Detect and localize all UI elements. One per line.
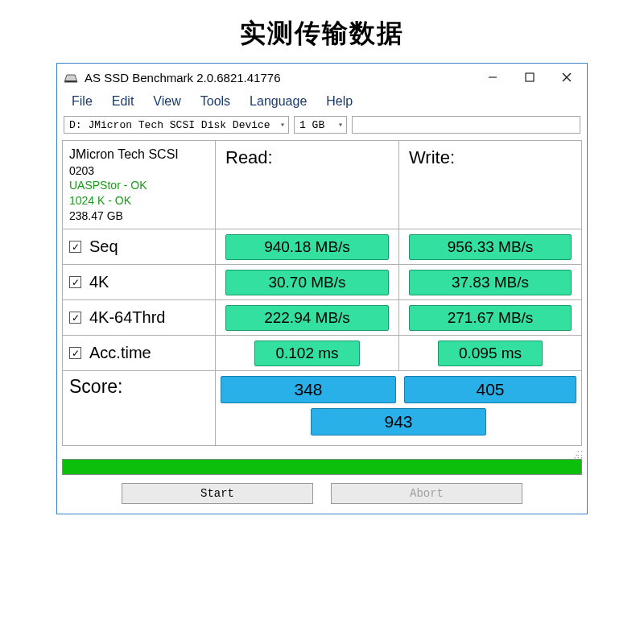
maximize-button[interactable] — [511, 65, 548, 89]
titlebar[interactable]: AS SSD Benchmark 2.0.6821.41776 — [57, 64, 587, 91]
driver-status: UASPStor - OK — [69, 178, 147, 193]
window-controls — [474, 65, 585, 89]
label-seq: Seq — [89, 237, 118, 256]
svg-rect-2 — [526, 73, 534, 81]
menu-tools[interactable]: Tools — [192, 93, 238, 109]
menubar: File Edit View Tools Language Help — [57, 91, 587, 114]
page-heading: 实测传输数据 — [0, 0, 644, 61]
score-write: 405 — [404, 376, 576, 403]
minimize-button[interactable] — [474, 65, 511, 89]
size-select-value: 1 GB — [299, 119, 324, 131]
row-acc: ✓ Acc.time 0.102 ms 0.095 ms — [63, 336, 581, 371]
row-4k64: ✓ 4K-64Thrd 222.94 MB/s 271.67 MB/s — [63, 300, 581, 336]
progress-bar — [62, 459, 582, 475]
chevron-down-icon: ▾ — [275, 120, 285, 130]
close-button[interactable] — [548, 65, 585, 89]
menu-file[interactable]: File — [64, 93, 101, 109]
menu-edit[interactable]: Edit — [104, 93, 142, 109]
write-header: Write: — [399, 141, 581, 229]
score-area: 348 405 943 — [216, 371, 581, 445]
checkbox-4k[interactable]: ✓ — [69, 276, 81, 288]
checkbox-seq[interactable]: ✓ — [69, 241, 81, 253]
size-select[interactable]: 1 GB ▾ — [294, 116, 347, 134]
device-select[interactable]: D: JMicron Tech SCSI Disk Device ▾ — [64, 116, 289, 134]
k464-write-value: 271.67 MB/s — [409, 305, 572, 331]
blank-field[interactable] — [352, 116, 580, 134]
button-row: Start Abort — [57, 480, 587, 514]
device-capacity: 238.47 GB — [69, 208, 123, 224]
row-score: Score: 348 405 943 — [63, 371, 581, 445]
device-code: 0203 — [69, 163, 94, 179]
label-4k64: 4K-64Thrd — [89, 308, 166, 327]
label-acc: Acc.time — [89, 344, 151, 362]
app-window: AS SSD Benchmark 2.0.6821.41776 File Edi… — [56, 63, 588, 514]
device-select-value: D: JMicron Tech SCSI Disk Device — [69, 119, 270, 131]
start-button[interactable]: Start — [122, 483, 313, 504]
device-name: JMicron Tech SCSI — [69, 146, 179, 163]
abort-button: Abort — [331, 483, 522, 504]
k4-write-value: 37.83 MB/s — [409, 270, 572, 295]
score-label: Score: — [63, 371, 216, 445]
menu-view[interactable]: View — [145, 93, 188, 109]
resize-grip-icon[interactable]: .: :.:.:.: — [57, 449, 587, 457]
results-table: JMicron Tech SCSI 0203 UASPStor - OK 102… — [62, 140, 582, 446]
acc-read-value: 0.102 ms — [254, 341, 360, 366]
device-info-cell: JMicron Tech SCSI 0203 UASPStor - OK 102… — [63, 141, 216, 229]
align-status: 1024 K - OK — [69, 193, 131, 208]
k464-read-value: 222.94 MB/s — [225, 305, 389, 331]
menu-help[interactable]: Help — [318, 93, 361, 109]
chevron-down-icon: ▾ — [333, 120, 343, 130]
seq-read-value: 940.18 MB/s — [225, 234, 389, 260]
checkbox-4k64[interactable]: ✓ — [69, 312, 81, 324]
k4-read-value: 30.70 MB/s — [225, 270, 389, 295]
menu-language[interactable]: Language — [242, 93, 315, 109]
svg-rect-0 — [65, 80, 76, 82]
label-4k: 4K — [89, 273, 109, 291]
acc-write-value: 0.095 ms — [438, 341, 543, 366]
row-seq: ✓ Seq 940.18 MB/s 956.33 MB/s — [63, 229, 581, 265]
score-total: 943 — [311, 408, 486, 436]
header-row: JMicron Tech SCSI 0203 UASPStor - OK 102… — [63, 141, 581, 229]
checkbox-acc[interactable]: ✓ — [69, 347, 81, 359]
app-icon — [64, 72, 78, 83]
read-header: Read: — [216, 141, 399, 229]
row-4k: ✓ 4K 30.70 MB/s 37.83 MB/s — [63, 265, 581, 300]
seq-write-value: 956.33 MB/s — [409, 234, 572, 260]
progress-fill — [63, 460, 581, 474]
score-read: 348 — [221, 376, 396, 403]
toolbar: D: JMicron Tech SCSI Disk Device ▾ 1 GB … — [57, 114, 587, 138]
window-title: AS SSD Benchmark 2.0.6821.41776 — [85, 71, 474, 85]
